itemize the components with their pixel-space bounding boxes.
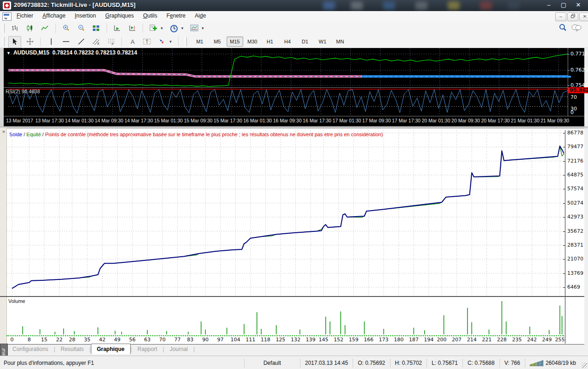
tab-graphique[interactable]: Graphique xyxy=(91,344,131,354)
status-traffic: 26048/19 kb xyxy=(546,358,576,368)
window-minimize-button[interactable]: – xyxy=(542,1,556,8)
graph-x-label: 22 xyxy=(56,337,62,343)
arrows-tool-button[interactable] xyxy=(156,36,168,48)
taskbar-blur-blob xyxy=(323,1,335,10)
timeframe-m1[interactable]: M1 xyxy=(192,36,208,47)
time-axis-label: 21 Mar 01:30 xyxy=(511,118,540,123)
time-axis-label: 16 Mar 17:30 xyxy=(303,118,331,123)
graph-x-label: 83 xyxy=(187,337,193,343)
time-axis-label: 16 Mar 01:30 xyxy=(243,118,272,123)
status-profile[interactable]: Default xyxy=(244,358,300,368)
tab-configurations[interactable]: Configurations xyxy=(7,345,54,354)
graph-axis-line xyxy=(565,130,565,344)
search-icon[interactable] xyxy=(558,24,567,34)
graph-x-label: 63 xyxy=(144,337,150,343)
taskbar-blur-blob xyxy=(508,1,520,10)
connection-bars-icon xyxy=(530,360,543,366)
zoom-out-button[interactable] xyxy=(75,23,88,35)
window-maximize-button[interactable]: ▢ xyxy=(557,1,570,8)
toolbar-grip[interactable] xyxy=(2,37,5,46)
timeframe-mn[interactable]: MN xyxy=(332,36,348,47)
graph-y-label: 35672 xyxy=(567,228,583,234)
graph-y-label: 50274 xyxy=(567,200,583,206)
chat-icon[interactable] xyxy=(571,24,582,34)
candlestick-chart-button[interactable] xyxy=(24,23,36,35)
line-chart-button[interactable] xyxy=(38,23,51,35)
horizontal-line-tool-button[interactable] xyxy=(60,36,72,48)
timeframe-w1[interactable]: W1 xyxy=(314,36,331,47)
toolbar-grip[interactable] xyxy=(2,24,5,33)
toolbar-grip[interactable] xyxy=(185,37,187,46)
trendline-tool-button[interactable] xyxy=(75,36,88,48)
tester-close-button[interactable]: × xyxy=(1,129,6,134)
time-axis[interactable]: 13 Mar 201713 Mar 17:3014 Mar 01:3014 Ma… xyxy=(4,116,584,126)
menu-item-graphiques[interactable]: Graphiques xyxy=(101,11,138,20)
graph-x-label: 180 xyxy=(394,337,403,343)
menu-item-fenetre[interactable]: Fenetre xyxy=(162,11,190,20)
timeframe-h1[interactable]: H1 xyxy=(262,36,278,47)
equidistant-channel-tool-button[interactable]: E xyxy=(90,36,102,48)
chevron-down-icon[interactable]: ▼ xyxy=(6,51,11,55)
balance-graph[interactable] xyxy=(6,130,564,296)
tab-rapport[interactable]: Rapport xyxy=(132,345,163,354)
price-scale-label: 0.75415 xyxy=(570,82,588,88)
window-close-button[interactable]: ✕ xyxy=(571,1,585,8)
timeframe-m30[interactable]: M30 xyxy=(244,36,261,47)
time-axis-label: 20 Mar 09:30 xyxy=(451,118,480,123)
chart-shift-button[interactable] xyxy=(126,23,139,35)
time-axis-label: 14 Mar 17:30 xyxy=(125,118,153,123)
indicators-button[interactable] xyxy=(188,23,201,35)
text-tool-button[interactable]: A xyxy=(126,36,139,48)
pane-separator[interactable] xyxy=(4,87,584,88)
menu-item-aide[interactable]: Aide xyxy=(190,11,210,20)
status-open: O: 0.75692 xyxy=(353,358,390,368)
graph-y-tick xyxy=(563,161,565,162)
timeframe-m5[interactable]: M5 xyxy=(209,36,226,47)
graph-y-tick xyxy=(563,133,565,133)
graph-y-tick xyxy=(563,231,565,232)
menu-item-insertion[interactable]: Insertion xyxy=(70,11,101,20)
arrows-dropdown[interactable]: ▼ xyxy=(168,36,174,47)
graph-x-label: 145 xyxy=(318,337,328,343)
chart-symbol-header: ▼AUDUSD,M15 0.78214 0.78232 0.78213 0.78… xyxy=(6,49,137,56)
price-scale-tick xyxy=(568,85,570,86)
tab-resultats[interactable]: Resultats xyxy=(55,345,90,354)
status-low: L: 0.75671 xyxy=(426,358,462,368)
fibonacci-tool-button[interactable]: F xyxy=(105,36,118,48)
drawing-toolbar: E F A T ▼ M1M5M15M30H1H4D1W1MN xyxy=(0,35,588,48)
tile-windows-button[interactable] xyxy=(90,23,102,35)
expert-advisors-dropdown[interactable]: ▼ xyxy=(180,23,186,34)
graph-x-label: 221 xyxy=(482,337,492,343)
graph-y-tick xyxy=(563,217,565,218)
timeframe-d1[interactable]: D1 xyxy=(297,36,313,47)
rsi-indicator-pane[interactable] xyxy=(8,88,568,115)
bar-chart-button[interactable] xyxy=(8,23,21,35)
menu-item-outils[interactable]: Outils xyxy=(138,11,162,20)
indicators-dropdown[interactable]: ▼ xyxy=(201,23,206,34)
child-restore-button[interactable] xyxy=(567,12,578,21)
child-close-button[interactable]: ✕ xyxy=(579,12,588,21)
new-order-dropdown[interactable]: ▼ xyxy=(160,23,165,34)
text-label-tool-button[interactable]: T xyxy=(141,36,154,48)
vertical-line-tool-button[interactable] xyxy=(45,36,58,48)
resize-grip[interactable] xyxy=(582,363,587,368)
expert-advisors-clock-button[interactable] xyxy=(168,23,180,35)
graph-x-label: 104 xyxy=(231,337,240,343)
timeframe-m15[interactable]: M15 xyxy=(227,36,243,47)
child-minimize-button[interactable]: – xyxy=(555,12,566,21)
auto-scroll-button[interactable] xyxy=(111,23,124,35)
new-order-button[interactable] xyxy=(147,23,160,35)
crosshair-tool-button[interactable] xyxy=(24,36,36,48)
graph-y-tick xyxy=(563,175,565,175)
volume-pane[interactable] xyxy=(6,297,564,335)
timeframe-h4[interactable]: H4 xyxy=(279,36,296,47)
tab-journal[interactable]: Journal xyxy=(164,345,193,354)
chart-window-icon: W xyxy=(2,12,12,21)
menu-item-fichier[interactable]: Fichier xyxy=(12,11,38,20)
graph-x-label: 214 xyxy=(467,337,477,343)
menu-item-affichage[interactable]: Affichage xyxy=(38,11,70,20)
cursor-tool-button[interactable] xyxy=(8,36,21,48)
zoom-in-button[interactable] xyxy=(60,23,72,35)
graph-x-label: 70 xyxy=(159,337,166,343)
chart-ohlc-values: 0.78214 0.78232 0.78213 0.78214 xyxy=(53,49,138,56)
